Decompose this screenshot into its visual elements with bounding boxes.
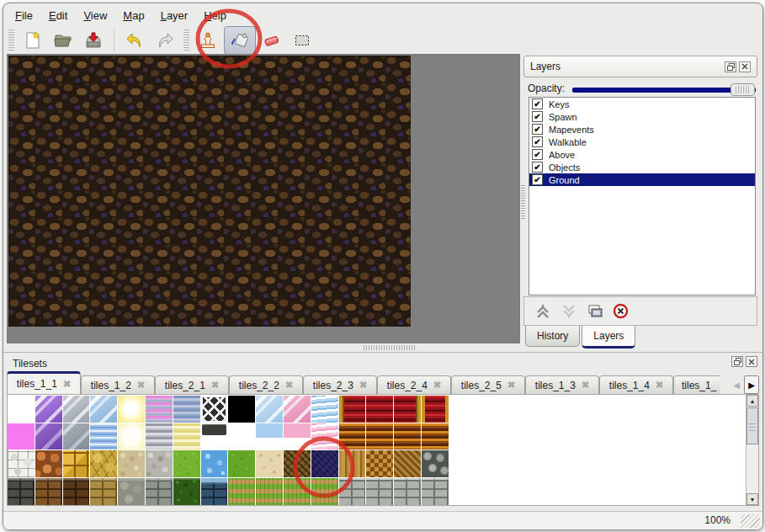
tile-brick-dark[interactable]: [8, 478, 35, 505]
move-layer-down-icon[interactable]: [560, 304, 577, 319]
undo-button[interactable]: [120, 27, 149, 54]
tile-glass-pink[interactable]: [284, 396, 311, 423]
tile-curtain-red-r[interactable]: [394, 396, 421, 423]
layers-close-button[interactable]: [739, 61, 751, 72]
delete-layer-icon[interactable]: [613, 303, 629, 319]
save-map-button[interactable]: [79, 27, 108, 54]
tile-ribbon-blue[interactable]: [311, 396, 338, 423]
stamp-tool-button[interactable]: [194, 27, 222, 54]
tile-lattice[interactable]: [201, 396, 228, 423]
tab-close-icon[interactable]: ✖: [137, 380, 145, 391]
tileset-tab-tiles_1_1[interactable]: tiles_1_1✖: [7, 371, 81, 394]
dock-tab-history[interactable]: History: [525, 326, 580, 347]
scrollbar-up-button[interactable]: ▲: [746, 395, 758, 407]
tile-brick-gray2[interactable]: [422, 478, 449, 505]
tile-ribbon-pink[interactable]: [311, 423, 338, 450]
tile-stripe-pink[interactable]: [146, 396, 173, 423]
layer-row-walkable[interactable]: ✔Walkable: [529, 136, 755, 148]
tile-glow-pale[interactable]: [118, 423, 145, 450]
layer-visibility-checkbox[interactable]: ✔: [532, 136, 543, 147]
tab-close-icon[interactable]: ✖: [63, 379, 71, 390]
tile-basket[interactable]: [366, 450, 393, 477]
tileset-tab-tiles_2_2[interactable]: tiles_2_2✖: [229, 375, 303, 394]
layers-float-button[interactable]: [725, 61, 736, 72]
tile-logs[interactable]: [422, 450, 449, 477]
tile-brick-gray[interactable]: [146, 478, 173, 505]
tile-dirt-weave[interactable]: [284, 450, 311, 477]
tile-stripe-blue[interactable]: [173, 396, 200, 423]
tab-close-icon[interactable]: ✖: [656, 380, 663, 391]
tile-flag-yellow[interactable]: [90, 450, 117, 477]
tile-curtain-red[interactable]: [366, 396, 393, 423]
tab-close-icon[interactable]: ✖: [433, 380, 441, 391]
tile-stripe-yellow[interactable]: [173, 423, 200, 450]
tile-brick-blue[interactable]: [201, 478, 228, 505]
tilesets-float-button[interactable]: [731, 356, 743, 367]
tile-cobble-orange[interactable]: [35, 450, 62, 477]
tileset-tab-tiles_1_4[interactable]: tiles_1_4✖: [599, 375, 673, 394]
layer-row-objects[interactable]: ✔Objects: [529, 161, 755, 173]
tile-grass-dirt[interactable]: [284, 478, 311, 505]
tile-brick-dbrown[interactable]: [63, 478, 90, 505]
eraser-tool-button[interactable]: [258, 27, 286, 54]
layer-visibility-checkbox[interactable]: ✔: [532, 111, 543, 122]
tile-plaque[interactable]: [201, 423, 228, 450]
tile-hedge[interactable]: [173, 478, 200, 505]
layer-row-above[interactable]: ✔Above: [529, 148, 755, 161]
tile-navy[interactable]: [311, 450, 338, 477]
tileset-tab-tiles_1_2[interactable]: tiles_1_2✖: [81, 375, 155, 394]
scrollbar-thumb[interactable]: [746, 407, 758, 444]
tab-close-icon[interactable]: ✖: [285, 380, 293, 391]
dock-tab-layers[interactable]: Layers: [582, 326, 635, 348]
tile-brick-gray2[interactable]: [366, 478, 393, 505]
layer-visibility-checkbox[interactable]: ✔: [532, 162, 543, 173]
opacity-slider-handle[interactable]: [730, 83, 755, 96]
layer-visibility-checkbox[interactable]: ✔: [532, 124, 543, 135]
select-tool-button[interactable]: [288, 27, 316, 54]
toolbar-grip[interactable]: [183, 29, 189, 51]
menu-layer[interactable]: Layer: [154, 7, 195, 24]
tile-planks[interactable]: [339, 450, 366, 477]
menu-help[interactable]: Help: [197, 7, 233, 24]
opacity-slider[interactable]: [572, 88, 756, 93]
menu-file[interactable]: File: [8, 7, 40, 24]
tile-stone-gray[interactable]: [118, 478, 145, 505]
resize-grip[interactable]: [741, 514, 760, 528]
tile-grass-dirt[interactable]: [228, 478, 255, 505]
tilesets-close-button[interactable]: [746, 356, 757, 367]
redo-button[interactable]: [151, 27, 179, 54]
tile-blue-short[interactable]: [256, 423, 283, 450]
tab-close-icon[interactable]: ✖: [507, 380, 515, 391]
layer-row-keys[interactable]: ✔Keys: [529, 98, 755, 110]
tab-close-icon[interactable]: ✖: [211, 380, 219, 391]
tile-glass-gray[interactable]: [63, 396, 90, 423]
tile-black[interactable]: [228, 396, 255, 423]
tile-grass2[interactable]: [228, 450, 255, 477]
tile-pebble-beige[interactable]: [118, 450, 145, 477]
duplicate-layer-icon[interactable]: [587, 304, 603, 319]
tile-stripe-orange[interactable]: [422, 423, 449, 450]
tile-brick-tan[interactable]: [90, 478, 117, 505]
tile-herring[interactable]: [394, 450, 421, 477]
layer-visibility-checkbox[interactable]: ✔: [532, 98, 543, 109]
tile-glass-blue2[interactable]: [256, 396, 283, 423]
vertical-splitter[interactable]: [521, 185, 525, 219]
tileset-tab-tiles_2_3[interactable]: tiles_2_3✖: [303, 375, 377, 394]
layer-row-spawn[interactable]: ✔Spawn: [529, 110, 755, 123]
scrollbar-down-button[interactable]: ▼: [746, 493, 758, 505]
scroll-tabs-left-button[interactable]: ◀: [729, 375, 744, 394]
tile-curtain-red-lr[interactable]: [422, 396, 449, 423]
tileset-tab-tiles_2_5[interactable]: tiles_2_5✖: [451, 375, 525, 394]
tileset-tab-tiles_1_3[interactable]: tiles_1_3✖: [525, 375, 599, 394]
tile-grass-dirt[interactable]: [311, 478, 338, 505]
menu-view[interactable]: View: [77, 7, 114, 24]
scroll-tabs-right-button[interactable]: ▶: [744, 375, 759, 394]
map-canvas[interactable]: [8, 56, 411, 327]
tile-glow-yellow[interactable]: [118, 396, 145, 423]
layer-visibility-checkbox[interactable]: ✔: [532, 149, 543, 160]
tile-magenta[interactable]: [8, 423, 35, 450]
move-layer-up-icon[interactable]: [534, 304, 551, 319]
tile-stripe-gray[interactable]: [146, 423, 173, 450]
tile-glass-gray2[interactable]: [63, 423, 90, 450]
tile-glass-blue[interactable]: [90, 396, 117, 423]
